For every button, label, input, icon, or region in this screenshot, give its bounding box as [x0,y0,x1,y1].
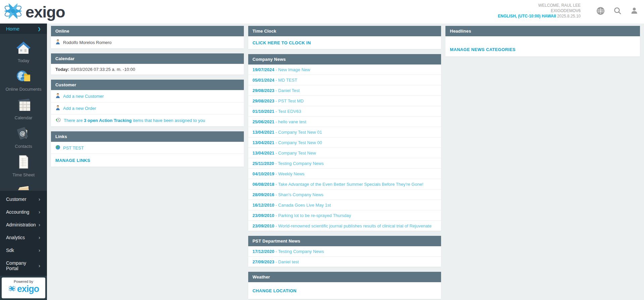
news-item[interactable]: 13/04/2021 - Company Test New 01 [248,127,441,137]
online-panel: Online Rodolfo Morelos Romero [51,26,244,48]
sidebar-item-accounting[interactable]: Accounting › [0,206,47,218]
add-customer-link: Add a new Customer [63,94,104,99]
chevron-down-icon: ❯ [38,27,41,31]
news-item-title: World-renowned scientific journal publis… [278,223,431,228]
pst-department-news-panel: PST Department News 17/12/2020 - Testing… [248,236,441,267]
exigo-logo[interactable]: exigo [3,1,65,23]
news-item[interactable]: 25/06/2021 - hello vane test [248,116,441,127]
headlines-panel: Headlines MANAGE NEWS CATEGORIES [445,26,640,56]
manage-links-row[interactable]: MANAGE LINKS [51,154,244,167]
news-item-title: hello vane test [278,119,306,124]
search-icon[interactable] [613,6,622,15]
news-item-date: 29/08/2023 [253,98,274,103]
news-item[interactable]: 28/09/2016 - Shan's Company News [248,189,441,200]
news-item[interactable]: 25/11/2020 - Testing Company News [248,158,441,168]
online-documents-icon [15,69,32,85]
news-item-title: Parking lot to be re-sprayed Thursday [278,213,351,218]
news-item-date: 19/07/2024 [253,67,274,72]
menu-item-label: Customer [6,197,26,202]
panel-title-online: Online [51,26,244,36]
news-item-date: 27/09/2023 [253,259,274,264]
contacts-book-icon: @ [15,126,32,142]
news-item-title: Company Test New [278,151,316,156]
sidebar-item-time-sheet[interactable]: Time Sheet [0,154,47,177]
news-item[interactable]: 06/08/2018 - Take Advantage of the Even … [248,179,441,189]
news-item-date: 17/12/2020 [253,249,274,254]
sidebar-item-online-documents[interactable]: Online Documents [0,69,47,92]
chevron-right-icon: › [39,222,40,227]
news-item-date: 28/09/2016 [253,192,274,197]
sidebar-item-customer[interactable]: Customer › [0,193,47,206]
menu-item-label: Sdk [6,248,14,253]
panel-title-customer: Customer [51,80,244,90]
user-avatar-icon[interactable] [630,6,639,15]
news-item[interactable]: 01/10/2021 - Test EDV63 [248,106,441,116]
sidebar-item-label: Time Sheet [0,172,47,177]
weather-panel: Weather CHANGE LOCATION [248,272,441,299]
add-order-link: Add a new Order [63,106,96,111]
powered-by-text: Powered by [2,280,45,284]
chevron-right-icon: › [39,235,40,240]
panel-title-weather: Weather [248,272,441,282]
add-customer-row[interactable]: Add a new Customer [51,90,244,102]
news-item-title: New Image New [278,67,310,72]
menu-item-label: Analytics [6,235,25,240]
menu-item-label: Administration [6,222,36,227]
news-item-title: Company Test New 00 [278,140,322,145]
action-tracking-row[interactable]: There are 3 open Action Tracking items t… [51,114,244,126]
calendar-panel: Calendar Today:03/03/2026 07:33:25 a. m.… [51,53,244,75]
news-item[interactable]: 23/09/2010 - Parking lot to be re-spraye… [248,210,441,220]
news-item[interactable]: 04/10/2019 - Weekly News [248,168,441,179]
clock-in-row[interactable]: CLICK HERE TO CLOCK IN [248,36,441,49]
panel-title-pst-news: PST Department News [248,236,441,246]
news-item[interactable]: 27/09/2023 - Daniel test [248,256,441,267]
news-item-date: 05/01/2024 [253,78,274,83]
online-user-row[interactable]: Rodolfo Morelos Romero [51,36,244,48]
news-item[interactable]: 19/07/2024 - New Image New [248,65,441,75]
sidebar-shortcuts: Today Online Documents [0,34,47,191]
company-news-panel: Company News 19/07/2024 - New Image New … [248,54,441,231]
locale-link[interactable]: ENGLISH, (UTC-10:00) HAWAII [498,14,556,18]
main-content: Online Rodolfo Morelos Romero Calendar [47,24,644,300]
news-item[interactable]: 16/12/2010 - Canada Goes Live May 1st [248,200,441,210]
globe-icon[interactable] [596,6,605,15]
partial-shortcut-icon [0,183,47,191]
link-label: PST TEST [63,145,84,151]
sidebar: Home ❯ Today [0,24,47,300]
add-order-row[interactable]: Add a new Order [51,102,244,114]
sidebar-item-contacts[interactable]: @ Contacts [0,126,47,149]
sidebar-item-administration[interactable]: Administration › [0,218,47,231]
link-row-pst-test[interactable]: PST TEST [51,142,244,154]
powered-by-exigo[interactable]: Powered by exigo [2,277,45,298]
news-item[interactable]: 13/04/2021 - Company Test New [248,147,441,158]
news-item-title: Testing Company News [278,249,324,254]
news-item-date: 13/04/2021 [253,140,274,145]
sidebar-item-home[interactable]: Home ❯ [0,24,47,34]
news-item-title: MD TEST [278,78,297,83]
sidebar-item-analytics[interactable]: Analytics › [0,231,47,244]
menu-item-label: Company Portal [6,260,39,271]
news-item[interactable]: 05/01/2024 - MD TEST [248,75,441,85]
today-label: Today: [55,67,69,72]
manage-news-categories-link: MANAGE NEWS CATEGORIES [450,47,516,52]
news-item-date: 23/09/2010 [253,223,274,228]
sidebar-item-label: Contacts [0,144,47,149]
news-item[interactable]: 13/04/2021 - Company Test New 00 [248,137,441,147]
manage-links-link: MANAGE LINKS [55,158,90,163]
manage-news-categories-row[interactable]: MANAGE NEWS CATEGORIES [445,36,640,56]
news-item[interactable]: 29/08/2023 - Daniel Test [248,85,441,95]
home-house-icon [15,40,32,57]
news-item[interactable]: 29/08/2023 - PST Test MD [248,95,441,106]
person-icon [55,39,60,46]
panel-title-time-clock: Time Clock [248,26,441,36]
news-item[interactable]: 17/12/2020 - Testing Company News [248,246,441,256]
action-tracking-clock-icon [55,117,61,124]
sidebar-item-sdk[interactable]: Sdk › [0,244,47,257]
news-item[interactable]: 23/09/2010 - World-renowned scientific j… [248,220,441,231]
change-location-row[interactable]: CHANGE LOCATION [248,282,441,299]
sidebar-item-company-portal[interactable]: Company Portal › [0,257,47,275]
sidebar-item-calendar[interactable]: Calendar [0,97,47,120]
news-item-title: Company Test New 01 [278,130,322,135]
sidebar-item-today[interactable]: Today [0,40,47,63]
chevron-right-icon: › [39,210,40,214]
